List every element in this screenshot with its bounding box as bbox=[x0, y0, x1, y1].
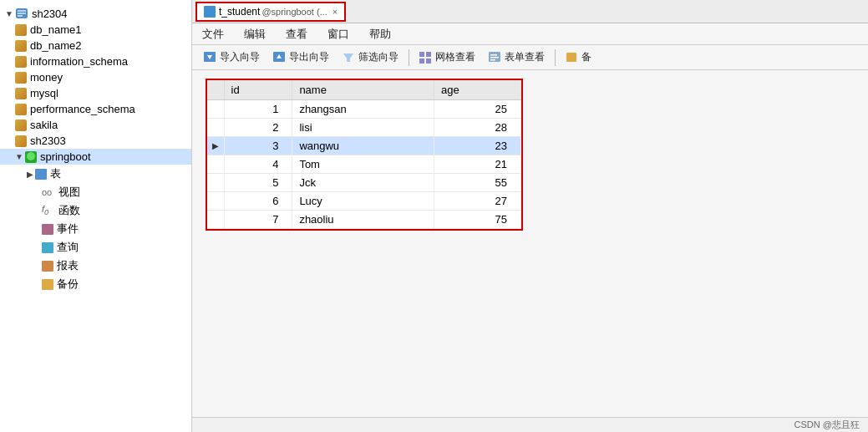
cell-name: lisi bbox=[292, 119, 434, 137]
db-icon bbox=[15, 88, 27, 99]
export-button[interactable]: 导出向导 bbox=[268, 48, 334, 66]
cell-id: 7 bbox=[224, 211, 292, 229]
table-row[interactable]: ▶3wangwu23 bbox=[207, 137, 521, 155]
table-row[interactable]: 1zhangsan25 bbox=[207, 100, 521, 119]
db-label: money bbox=[30, 71, 63, 84]
cell-age: 23 bbox=[434, 137, 521, 155]
menu-bar: 文件 编辑 查看 窗口 帮助 bbox=[192, 23, 868, 45]
tree-db-db_name1[interactable]: db_name1 bbox=[0, 22, 191, 38]
tab-table-icon bbox=[204, 6, 216, 18]
tree-events[interactable]: 事件 bbox=[0, 220, 191, 238]
db-label: db_name2 bbox=[30, 39, 81, 52]
table-row[interactable]: 6Lucy27 bbox=[207, 192, 521, 211]
grid-icon bbox=[419, 52, 433, 64]
grid-view-button[interactable]: 网格查看 bbox=[414, 48, 480, 66]
filter-button[interactable]: 筛选向导 bbox=[338, 48, 404, 66]
backup-icon bbox=[42, 279, 53, 290]
query-icon bbox=[42, 242, 53, 253]
tree-views[interactable]: oo 视图 bbox=[0, 183, 191, 201]
data-table: id name age 1zhangsan252lisi28▶3wangwu23… bbox=[207, 80, 521, 229]
bottom-bar: CSDN @悲且狂 bbox=[192, 417, 868, 432]
springboot-icon bbox=[25, 151, 37, 163]
tree-root[interactable]: ▼ sh2304 bbox=[0, 5, 191, 22]
cell-id: 6 bbox=[224, 192, 292, 211]
tree-db-sh2303[interactable]: sh2303 bbox=[0, 133, 191, 149]
toolbar-separator-2 bbox=[555, 49, 556, 66]
row-indicator bbox=[207, 155, 224, 174]
tree-backups[interactable]: 备份 bbox=[0, 275, 191, 293]
menu-edit[interactable]: 编辑 bbox=[241, 25, 269, 43]
table-row[interactable]: 7zhaoliu75 bbox=[207, 211, 521, 229]
cell-age: 25 bbox=[434, 100, 521, 119]
db-icon bbox=[15, 24, 27, 36]
tree-queries[interactable]: 查询 bbox=[0, 238, 191, 257]
col-age: age bbox=[434, 80, 521, 100]
export-icon bbox=[273, 52, 287, 64]
toolbar-separator bbox=[409, 49, 409, 66]
svg-marker-8 bbox=[343, 53, 353, 62]
svg-rect-11 bbox=[419, 58, 424, 64]
tree-db-money[interactable]: money bbox=[0, 69, 191, 85]
tree-db-information_schema[interactable]: information_schema bbox=[0, 53, 191, 69]
import-icon bbox=[204, 52, 217, 64]
db-label: information_schema bbox=[30, 55, 128, 68]
db-label: sh2303 bbox=[30, 135, 66, 147]
tab-close-button[interactable]: × bbox=[332, 7, 338, 17]
backup-button[interactable]: 备 bbox=[561, 48, 596, 66]
import-label: 导入向导 bbox=[220, 50, 260, 64]
cell-name: zhangsan bbox=[292, 100, 434, 119]
tree-db-performance_schema[interactable]: performance_schema bbox=[0, 101, 191, 117]
row-indicator bbox=[207, 192, 224, 211]
tree-functions[interactable]: f0 函数 bbox=[0, 201, 191, 220]
db-icon bbox=[15, 56, 27, 68]
cell-name: Lucy bbox=[292, 192, 434, 211]
tree-db-db_name2[interactable]: db_name2 bbox=[0, 38, 191, 53]
tables-arrow: ▶ bbox=[27, 170, 33, 179]
svg-rect-16 bbox=[490, 59, 495, 61]
svg-rect-3 bbox=[18, 15, 23, 17]
tab-t_student[interactable]: t_student @springboot (... × bbox=[195, 2, 346, 22]
svg-rect-2 bbox=[18, 13, 26, 14]
table-row[interactable]: 5Jck55 bbox=[207, 174, 521, 192]
grid-label: 网格查看 bbox=[435, 50, 475, 64]
filter-label: 筛选向导 bbox=[358, 50, 398, 64]
table-row[interactable]: 4Tom21 bbox=[207, 155, 521, 174]
tab-label: t_student bbox=[219, 6, 260, 18]
row-indicator: ▶ bbox=[207, 137, 224, 155]
tree-db-sakila[interactable]: sakila bbox=[0, 117, 191, 133]
form-view-button[interactable]: 表单查看 bbox=[484, 48, 550, 66]
menu-file[interactable]: 文件 bbox=[199, 25, 227, 43]
import-button[interactable]: 导入向导 bbox=[199, 48, 265, 66]
root-arrow: ▼ bbox=[5, 9, 13, 18]
root-label: sh2304 bbox=[32, 8, 68, 20]
db-icon bbox=[15, 72, 27, 84]
views-label: 视图 bbox=[58, 185, 80, 200]
cell-name: Tom bbox=[292, 155, 434, 174]
tree-db-springboot[interactable]: ▼ springboot bbox=[0, 149, 191, 165]
cell-id: 3 bbox=[224, 137, 292, 155]
toolbar: 导入向导 导出向导 筛选向导 bbox=[192, 45, 868, 70]
menu-help[interactable]: 帮助 bbox=[366, 25, 394, 43]
db-icon bbox=[15, 104, 27, 115]
svg-rect-9 bbox=[419, 52, 424, 57]
row-indicator bbox=[207, 119, 224, 137]
svg-rect-1 bbox=[18, 10, 26, 12]
db-label: performance_schema bbox=[30, 103, 135, 115]
cell-id: 1 bbox=[224, 100, 292, 119]
tree-reports[interactable]: 报表 bbox=[0, 257, 191, 275]
row-indicator bbox=[207, 174, 224, 192]
export-label: 导出向导 bbox=[289, 50, 329, 64]
footer-text: CSDN @悲且狂 bbox=[794, 419, 860, 431]
tree-db-mysql[interactable]: mysql bbox=[0, 85, 191, 101]
menu-window[interactable]: 窗口 bbox=[324, 25, 353, 43]
menu-view[interactable]: 查看 bbox=[282, 25, 311, 43]
reports-label: 报表 bbox=[57, 258, 79, 273]
cell-age: 55 bbox=[434, 174, 521, 192]
table-row[interactable]: 2lisi28 bbox=[207, 119, 521, 137]
tree-tables[interactable]: ▶ 表 bbox=[0, 165, 191, 183]
springboot-arrow: ▼ bbox=[15, 152, 23, 161]
filter-icon bbox=[343, 52, 356, 64]
event-icon bbox=[42, 224, 53, 235]
svg-rect-14 bbox=[490, 54, 497, 56]
row-indicator-header bbox=[207, 80, 224, 100]
